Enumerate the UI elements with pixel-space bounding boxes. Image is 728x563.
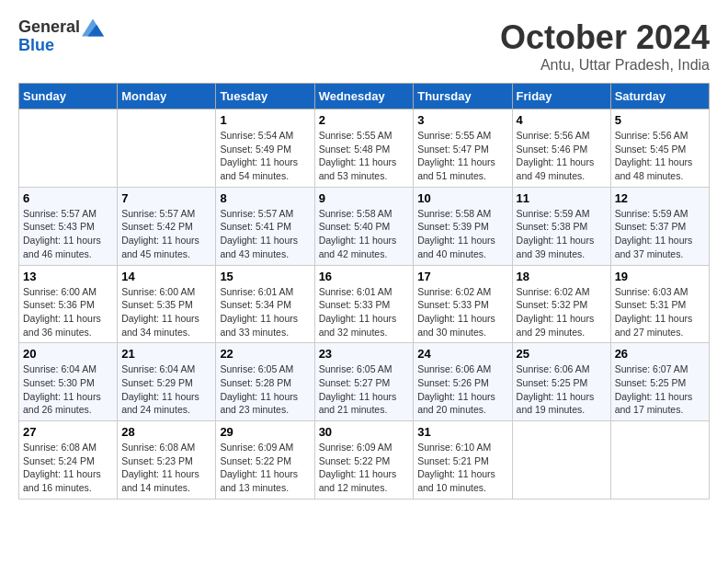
- day-number: 25: [517, 347, 607, 361]
- day-info: Sunrise: 6:10 AM Sunset: 5:21 PM Dayligh…: [417, 441, 507, 495]
- day-number: 30: [319, 425, 410, 439]
- page-header: General Blue October 2024 Antu, Uttar Pr…: [18, 18, 710, 74]
- day-info: Sunrise: 6:08 AM Sunset: 5:23 PM Dayligh…: [121, 441, 211, 495]
- day-number: 5: [615, 113, 705, 127]
- day-number: 22: [220, 347, 310, 361]
- calendar-cell: [19, 109, 118, 188]
- column-header-wednesday: Wednesday: [314, 84, 414, 109]
- day-info: Sunrise: 5:59 AM Sunset: 5:38 PM Dayligh…: [517, 207, 607, 261]
- day-number: 27: [23, 425, 113, 439]
- title-area: October 2024 Antu, Uttar Pradesh, India: [500, 18, 710, 74]
- day-info: Sunrise: 5:55 AM Sunset: 5:47 PM Dayligh…: [417, 129, 507, 183]
- day-number: 7: [121, 191, 211, 205]
- day-number: 3: [417, 113, 507, 127]
- calendar-cell: 4Sunrise: 5:56 AM Sunset: 5:46 PM Daylig…: [512, 109, 610, 188]
- calendar-cell: 22Sunrise: 6:05 AM Sunset: 5:28 PM Dayli…: [216, 343, 314, 421]
- day-number: 13: [23, 270, 113, 283]
- day-number: 24: [417, 347, 507, 361]
- day-number: 17: [417, 270, 507, 283]
- day-info: Sunrise: 6:09 AM Sunset: 5:22 PM Dayligh…: [319, 441, 410, 495]
- column-header-saturday: Saturday: [610, 84, 709, 109]
- day-info: Sunrise: 6:07 AM Sunset: 5:25 PM Dayligh…: [615, 362, 705, 417]
- day-info: Sunrise: 6:01 AM Sunset: 5:34 PM Dayligh…: [220, 285, 310, 339]
- day-info: Sunrise: 6:00 AM Sunset: 5:36 PM Dayligh…: [23, 285, 113, 339]
- calendar-cell: 29Sunrise: 6:09 AM Sunset: 5:22 PM Dayli…: [216, 421, 314, 500]
- day-number: 4: [517, 113, 607, 127]
- day-number: 11: [517, 191, 607, 205]
- calendar-week-3: 13Sunrise: 6:00 AM Sunset: 5:36 PM Dayli…: [19, 265, 710, 343]
- calendar-cell: 11Sunrise: 5:59 AM Sunset: 5:38 PM Dayli…: [512, 187, 610, 265]
- calendar-cell: 12Sunrise: 5:59 AM Sunset: 5:37 PM Dayli…: [610, 187, 709, 265]
- calendar-cell: 16Sunrise: 6:01 AM Sunset: 5:33 PM Dayli…: [314, 265, 414, 343]
- calendar-cell: 23Sunrise: 6:05 AM Sunset: 5:27 PM Dayli…: [314, 343, 414, 421]
- day-number: 18: [517, 270, 607, 283]
- day-info: Sunrise: 6:04 AM Sunset: 5:29 PM Dayligh…: [121, 362, 211, 417]
- day-number: 31: [417, 425, 507, 439]
- day-info: Sunrise: 5:58 AM Sunset: 5:39 PM Dayligh…: [417, 207, 507, 261]
- calendar-cell: 19Sunrise: 6:03 AM Sunset: 5:31 PM Dayli…: [610, 265, 709, 343]
- column-header-friday: Friday: [512, 84, 610, 109]
- calendar-week-2: 6Sunrise: 5:57 AM Sunset: 5:43 PM Daylig…: [19, 187, 710, 265]
- calendar-cell: 30Sunrise: 6:09 AM Sunset: 5:22 PM Dayli…: [314, 421, 414, 500]
- calendar-cell: 8Sunrise: 5:57 AM Sunset: 5:41 PM Daylig…: [216, 187, 314, 265]
- location-title: Antu, Uttar Pradesh, India: [500, 57, 710, 74]
- day-info: Sunrise: 6:05 AM Sunset: 5:28 PM Dayligh…: [220, 362, 310, 417]
- calendar-cell: 9Sunrise: 5:58 AM Sunset: 5:40 PM Daylig…: [314, 187, 414, 265]
- day-info: Sunrise: 6:00 AM Sunset: 5:35 PM Dayligh…: [121, 285, 211, 339]
- calendar-table: SundayMondayTuesdayWednesdayThursdayFrid…: [18, 83, 710, 500]
- day-info: Sunrise: 6:01 AM Sunset: 5:33 PM Dayligh…: [319, 285, 410, 339]
- column-header-thursday: Thursday: [414, 84, 512, 109]
- day-info: Sunrise: 6:03 AM Sunset: 5:31 PM Dayligh…: [615, 285, 705, 339]
- day-number: 21: [121, 347, 211, 361]
- calendar-cell: 20Sunrise: 6:04 AM Sunset: 5:30 PM Dayli…: [19, 343, 118, 421]
- calendar-cell: 3Sunrise: 5:55 AM Sunset: 5:47 PM Daylig…: [414, 109, 512, 188]
- calendar-cell: 18Sunrise: 6:02 AM Sunset: 5:32 PM Dayli…: [512, 265, 610, 343]
- day-info: Sunrise: 5:59 AM Sunset: 5:37 PM Dayligh…: [615, 207, 705, 261]
- calendar-cell: [512, 421, 610, 500]
- day-number: 10: [417, 191, 507, 205]
- logo-text-general: General: [18, 18, 80, 37]
- calendar-cell: 25Sunrise: 6:06 AM Sunset: 5:25 PM Dayli…: [512, 343, 610, 421]
- day-info: Sunrise: 5:58 AM Sunset: 5:40 PM Dayligh…: [319, 207, 410, 261]
- day-number: 16: [319, 270, 410, 283]
- calendar-cell: 15Sunrise: 6:01 AM Sunset: 5:34 PM Dayli…: [216, 265, 314, 343]
- calendar-cell: 27Sunrise: 6:08 AM Sunset: 5:24 PM Dayli…: [19, 421, 118, 500]
- column-header-sunday: Sunday: [19, 84, 118, 109]
- day-number: 6: [23, 191, 113, 205]
- month-title: October 2024: [500, 18, 710, 57]
- calendar-cell: 26Sunrise: 6:07 AM Sunset: 5:25 PM Dayli…: [610, 343, 709, 421]
- logo-text-blue: Blue: [18, 37, 104, 55]
- day-info: Sunrise: 5:57 AM Sunset: 5:43 PM Dayligh…: [23, 207, 113, 261]
- calendar-cell: 14Sunrise: 6:00 AM Sunset: 5:35 PM Dayli…: [118, 265, 216, 343]
- day-number: 28: [121, 425, 211, 439]
- day-number: 19: [615, 270, 705, 283]
- day-info: Sunrise: 6:09 AM Sunset: 5:22 PM Dayligh…: [220, 441, 310, 495]
- calendar-week-1: 1Sunrise: 5:54 AM Sunset: 5:49 PM Daylig…: [19, 109, 710, 188]
- day-info: Sunrise: 6:02 AM Sunset: 5:33 PM Dayligh…: [417, 285, 507, 339]
- calendar-header-row: SundayMondayTuesdayWednesdayThursdayFrid…: [19, 84, 710, 109]
- day-info: Sunrise: 5:56 AM Sunset: 5:45 PM Dayligh…: [615, 129, 705, 183]
- calendar-cell: 17Sunrise: 6:02 AM Sunset: 5:33 PM Dayli…: [414, 265, 512, 343]
- day-number: 8: [220, 191, 310, 205]
- column-header-monday: Monday: [118, 84, 216, 109]
- logo-icon: [82, 18, 104, 37]
- calendar-cell: 13Sunrise: 6:00 AM Sunset: 5:36 PM Dayli…: [19, 265, 118, 343]
- calendar-week-4: 20Sunrise: 6:04 AM Sunset: 5:30 PM Dayli…: [19, 343, 710, 421]
- day-number: 9: [319, 191, 410, 205]
- day-number: 1: [220, 113, 310, 127]
- day-info: Sunrise: 6:06 AM Sunset: 5:26 PM Dayligh…: [417, 362, 507, 417]
- calendar-cell: 21Sunrise: 6:04 AM Sunset: 5:29 PM Dayli…: [118, 343, 216, 421]
- logo: General Blue: [18, 18, 104, 55]
- day-number: 26: [615, 347, 705, 361]
- calendar-week-5: 27Sunrise: 6:08 AM Sunset: 5:24 PM Dayli…: [19, 421, 710, 500]
- day-info: Sunrise: 5:57 AM Sunset: 5:41 PM Dayligh…: [220, 207, 310, 261]
- calendar-cell: 2Sunrise: 5:55 AM Sunset: 5:48 PM Daylig…: [314, 109, 414, 188]
- day-info: Sunrise: 5:54 AM Sunset: 5:49 PM Dayligh…: [220, 129, 310, 183]
- day-number: 12: [615, 191, 705, 205]
- calendar-cell: [610, 421, 709, 500]
- calendar-cell: 1Sunrise: 5:54 AM Sunset: 5:49 PM Daylig…: [216, 109, 314, 188]
- calendar-cell: [118, 109, 216, 188]
- day-info: Sunrise: 6:04 AM Sunset: 5:30 PM Dayligh…: [23, 362, 113, 417]
- day-number: 29: [220, 425, 310, 439]
- calendar-cell: 31Sunrise: 6:10 AM Sunset: 5:21 PM Dayli…: [414, 421, 512, 500]
